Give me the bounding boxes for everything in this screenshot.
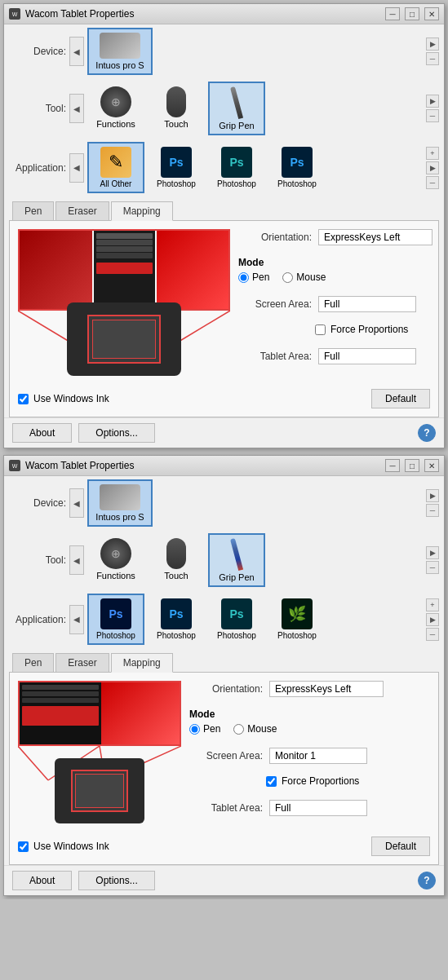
- app-scroll-plus[interactable]: +: [426, 147, 439, 160]
- windows-ink-label-2: Use Windows Ink: [33, 841, 109, 852]
- close-btn-2[interactable]: ✕: [424, 459, 439, 472]
- wacom-logo-1: W: [9, 8, 20, 20]
- app-scroll-right-2[interactable]: ▶: [426, 613, 439, 626]
- windows-ink-cb-2[interactable]: [18, 841, 29, 852]
- screen-area-select-1[interactable]: Full Monitor 1 Monitor 2: [318, 296, 416, 312]
- force-proportions-cb-1[interactable]: [315, 324, 326, 335]
- maximize-btn-2[interactable]: □: [405, 459, 419, 472]
- screen-display-2: [18, 681, 181, 746]
- mode-pen-option-1[interactable]: Pen: [238, 271, 269, 283]
- help-btn-2[interactable]: ?: [418, 872, 436, 890]
- app-photoshop-w2-3[interactable]: Ps Photoshop: [208, 594, 265, 645]
- orientation-select-2[interactable]: ExpressKeys Left ExpressKeys Right Expre…: [269, 681, 384, 697]
- app-photoshop-w2-2[interactable]: Ps Photoshop: [148, 594, 205, 645]
- app-scroll-minus-2[interactable]: ─: [426, 628, 439, 641]
- close-btn-1[interactable]: ✕: [424, 7, 439, 20]
- about-btn-2[interactable]: About: [12, 871, 72, 890]
- mode-section-2: Mode Pen Mouse: [189, 709, 430, 735]
- tab-pen-2[interactable]: Pen: [12, 653, 54, 672]
- default-btn-2[interactable]: Default: [371, 837, 430, 856]
- touch-icon: [166, 86, 186, 117]
- tablet-area-row-2: Tablet Area: Full Portion: [189, 800, 430, 816]
- tool-touch-label-2: Touch: [164, 571, 188, 580]
- app-all-other-label: All Other: [100, 179, 132, 188]
- tab-eraser-2[interactable]: Eraser: [55, 653, 109, 672]
- app-label-2: Application:: [9, 614, 66, 625]
- mode-pen-option-2[interactable]: Pen: [189, 723, 220, 735]
- device-item-intuos[interactable]: Intuos pro S: [87, 28, 153, 75]
- screen-area-select-2[interactable]: Full Monitor 1 Monitor 2: [269, 748, 367, 764]
- app-scroll-plus-2[interactable]: +: [426, 598, 439, 611]
- footer-2: About Options... ?: [4, 865, 444, 895]
- tablet-area-select-2[interactable]: Full Portion: [269, 800, 367, 816]
- help-btn-1[interactable]: ?: [418, 424, 436, 442]
- tablet-area-select-1[interactable]: Full Portion: [318, 348, 416, 364]
- tab-mapping-1[interactable]: Mapping: [111, 201, 173, 221]
- app-photoshop-3[interactable]: Ps Photoshop: [268, 142, 326, 193]
- mode-mouse-option-2[interactable]: Mouse: [233, 723, 277, 735]
- app-all-other[interactable]: ✎ All Other: [87, 142, 144, 193]
- screen-red-panel: [101, 682, 180, 744]
- device-left-btn-1[interactable]: ◀: [69, 37, 84, 66]
- tool-scroll-right-2[interactable]: ▶: [426, 546, 439, 559]
- windows-ink-cb-1[interactable]: [18, 394, 29, 404]
- device-scroll-right[interactable]: ▶: [426, 38, 439, 51]
- mode-mouse-radio-1[interactable]: [282, 272, 293, 283]
- app-scroll-minus[interactable]: ─: [426, 176, 439, 189]
- tool-left-btn-1[interactable]: ◀: [69, 94, 84, 123]
- force-proportions-cb-2[interactable]: [266, 776, 277, 787]
- tab-eraser-1[interactable]: Eraser: [55, 201, 109, 220]
- tool-grip-pen[interactable]: Grip Pen: [208, 82, 265, 135]
- tool-grip-pen-2[interactable]: Grip Pen: [208, 533, 265, 587]
- orientation-select-1[interactable]: ExpressKeys Left ExpressKeys Right Expre…: [318, 229, 432, 245]
- mode-mouse-option-1[interactable]: Mouse: [282, 271, 326, 283]
- mode-pen-radio-1[interactable]: [238, 272, 249, 283]
- app-photoshop-w2-4[interactable]: 🌿 Photoshop: [268, 594, 326, 645]
- window-2: W Wacom Tablet Properties ─ □ ✕ Device: …: [3, 455, 445, 896]
- options-btn-1[interactable]: Options...: [78, 423, 154, 443]
- app-scroll-right[interactable]: ▶: [426, 161, 439, 174]
- functions-icon-2: [100, 538, 131, 569]
- tab-mapping-2[interactable]: Mapping: [111, 653, 173, 673]
- tablet-area-row-1: Tablet Area: Full Portion: [238, 348, 432, 364]
- tool-touch-2[interactable]: Touch: [148, 533, 205, 587]
- app-left-btn-2[interactable]: ◀: [69, 605, 84, 634]
- footer-1: About Options... ?: [4, 417, 444, 448]
- device-item-intuos-2[interactable]: Intuos pro S: [87, 479, 153, 527]
- pen-icon-container-2: [234, 538, 239, 572]
- app-row-1: Application: ◀ ✎ All Other Ps Photoshop …: [4, 139, 444, 196]
- app-scroll-1: + ▶ ─: [426, 147, 439, 189]
- tool-functions[interactable]: Functions: [87, 82, 144, 135]
- default-btn-1[interactable]: Default: [371, 389, 430, 408]
- tool-scroll-2: ▶ ─: [426, 546, 439, 574]
- options-btn-2[interactable]: Options...: [78, 871, 154, 890]
- tool-scroll-1: ▶ ─: [426, 95, 439, 122]
- tablet-icon-2: [100, 484, 140, 510]
- app-left-btn-1[interactable]: ◀: [69, 153, 84, 183]
- minimize-btn-1[interactable]: ─: [385, 7, 400, 20]
- tab-pen-1[interactable]: Pen: [12, 201, 54, 220]
- device-scroll-minus[interactable]: ─: [426, 52, 439, 65]
- tablet-preview-1: [67, 302, 181, 376]
- about-btn-1[interactable]: About: [12, 423, 72, 443]
- windows-ink-row-2[interactable]: Use Windows Ink: [18, 841, 109, 852]
- tool-left-btn-2[interactable]: ◀: [69, 545, 84, 575]
- tool-scroll-minus-2[interactable]: ─: [426, 561, 439, 574]
- maximize-btn-1[interactable]: □: [405, 7, 419, 20]
- mode-pen-radio-2[interactable]: [189, 724, 200, 735]
- tool-scroll-right[interactable]: ▶: [426, 95, 439, 108]
- mode-mouse-radio-2[interactable]: [233, 724, 244, 735]
- minimize-btn-2[interactable]: ─: [385, 459, 400, 472]
- device-scroll-right-2[interactable]: ▶: [426, 489, 439, 502]
- app-photoshop-2[interactable]: Ps Photoshop: [208, 142, 265, 193]
- windows-ink-label-1: Use Windows Ink: [33, 393, 109, 404]
- tool-functions-2[interactable]: Functions: [87, 533, 144, 587]
- app-photoshop-w2-1[interactable]: Ps Photoshop: [87, 594, 144, 645]
- tool-touch[interactable]: Touch: [148, 82, 205, 135]
- app-photoshop-1[interactable]: Ps Photoshop: [148, 142, 205, 193]
- device-scroll-minus-2[interactable]: ─: [426, 504, 439, 517]
- windows-ink-row-1[interactable]: Use Windows Ink: [18, 393, 109, 404]
- content-area-1: Orientation: ExpressKeys Left ExpressKey…: [9, 220, 439, 417]
- device-left-btn-2[interactable]: ◀: [69, 488, 84, 518]
- tool-scroll-minus[interactable]: ─: [426, 109, 439, 122]
